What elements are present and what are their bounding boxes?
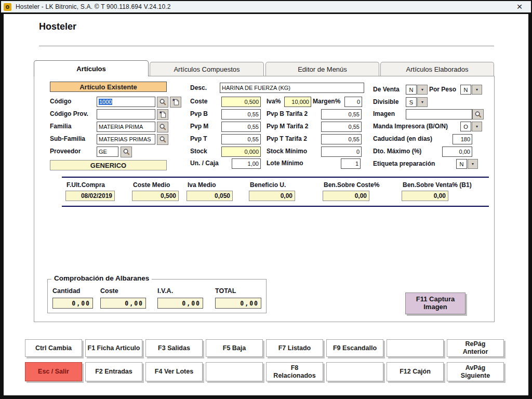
avpag-siguiente-button[interactable]: AvPág Siguiente: [447, 362, 504, 381]
manda-impresora-label: Manda Impresora (B/O/N): [373, 123, 448, 130]
f8-relacionados-button[interactable]: F8 Relacionados: [266, 362, 323, 381]
empty-button: [206, 362, 263, 381]
stock-minimo-label: Stock Mínimo: [267, 148, 307, 155]
imagen-field[interactable]: [406, 109, 472, 119]
caducidad-field[interactable]: 180: [453, 134, 472, 144]
coste-field[interactable]: 0,500: [221, 97, 261, 107]
albaranes-value: 0,00: [52, 298, 93, 309]
manda-impresora-dropdown-button[interactable]: ▼: [472, 122, 482, 131]
stats-bottom-rule: [62, 206, 489, 207]
imagen-label: Imagen: [373, 110, 395, 117]
chevron-down-icon: ▼: [475, 125, 479, 128]
albaranes-value: 0,00: [100, 298, 146, 309]
proveedor-search-button[interactable]: [121, 147, 132, 157]
empty-button: [387, 339, 444, 357]
f1-ficha-articulo-button[interactable]: F1 Ficha Articulo: [85, 339, 142, 357]
lote-minimo-label: Lote Mínimo: [267, 159, 303, 167]
app-icon: [4, 3, 11, 11]
stat-value: 0,500: [132, 191, 179, 201]
iva-field[interactable]: 10,000: [284, 97, 311, 107]
f4-ver-lotes-button[interactable]: F4 Ver Lotes: [145, 362, 203, 381]
stats-top-rule: [62, 177, 489, 178]
f9-escandallo-button[interactable]: F9 Escandallo: [326, 339, 383, 357]
repag-anterior-button[interactable]: RePág Anterior: [447, 339, 504, 357]
pvp-t-field[interactable]: 0,55: [221, 134, 261, 144]
de-venta-value[interactable]: N: [406, 85, 417, 95]
codigo-search-button[interactable]: [157, 97, 168, 108]
chevron-down-icon: ▼: [471, 162, 475, 166]
title-bar: Hosteler - LK Bitronic, S.A. © T 900.118…: [1, 1, 531, 12]
codigo-new-button[interactable]: [170, 97, 181, 108]
stat-value: 0,00: [249, 191, 295, 201]
f11-captura-imagen-button[interactable]: F11 Captura Imagen: [405, 292, 466, 314]
close-icon[interactable]: ×: [513, 2, 526, 12]
pvp-m-field[interactable]: 0,55: [221, 122, 261, 132]
etiqueta-preparacion-label: Etiqueta preparación: [373, 160, 435, 167]
f12-cajon-button[interactable]: F12 Cajón: [387, 362, 444, 381]
pvp-t-tarifa2-field[interactable]: 0,55: [321, 134, 362, 144]
caducidad-label: Caducidad (en días): [373, 135, 432, 142]
main-window-body: Hosteler Artículos Artículos Compuestos …: [4, 14, 528, 395]
dto-maximo-field[interactable]: 0,00: [442, 147, 472, 157]
por-peso-label: Por Peso: [429, 86, 456, 93]
tab-articulos[interactable]: Artículos: [34, 60, 149, 76]
status-badge: Artículo Existente: [50, 82, 167, 92]
albaranes-value: 0,00: [215, 298, 261, 309]
imagen-search-button[interactable]: [472, 109, 484, 119]
f2-entradas-button[interactable]: F2 Entradas: [85, 362, 142, 381]
desc-label: Desc.: [190, 84, 207, 91]
function-button-row-1: Ctrl Cambia F1 Ficha Articulo F3 Salidas…: [25, 339, 504, 357]
codigo-field[interactable]: 1000: [97, 97, 155, 107]
f5-baja-button[interactable]: F5 Baja: [206, 339, 263, 357]
albaranes-label: Coste: [100, 287, 118, 295]
pvp-m-tarifa2-field[interactable]: 0,55: [321, 122, 362, 132]
f3-salidas-button[interactable]: F3 Salidas: [145, 339, 203, 357]
ctrl-cambia-button[interactable]: Ctrl Cambia: [25, 339, 82, 357]
proveedor-label: Proveedor: [50, 148, 81, 155]
etiqueta-preparacion-dropdown-button[interactable]: ▼: [468, 159, 478, 169]
de-venta-dropdown-button[interactable]: ▼: [417, 85, 428, 95]
stat-label: Iva Medio: [188, 181, 216, 189]
desc-field[interactable]: HARINA DE FUERZA (KG): [220, 83, 364, 93]
pvp-b-tarifa2-field[interactable]: 0,55: [321, 109, 362, 119]
divisible-value[interactable]: S: [406, 97, 417, 107]
subfamilia-label: Sub-Familia: [50, 135, 85, 142]
stock-minimo-field[interactable]: 0: [321, 147, 362, 157]
chevron-down-icon: ▼: [421, 100, 424, 104]
pvp-b-field[interactable]: 0,55: [221, 109, 261, 119]
familia-field[interactable]: MATERIA PRIMA: [97, 122, 155, 132]
search-icon: [474, 111, 482, 118]
lote-minimo-field[interactable]: 1: [341, 158, 361, 169]
margen-field[interactable]: 0: [344, 97, 362, 107]
esc-salir-button[interactable]: Esc / Salir: [25, 362, 82, 381]
search-icon: [123, 148, 130, 156]
tab-articulos-compuestos[interactable]: Artículos Compuestos: [150, 62, 264, 76]
albaranes-label: Cantidad: [52, 287, 80, 295]
albaranes-title: Comprobación de Albaranes: [51, 274, 152, 282]
de-venta-label: De Venta: [373, 86, 400, 93]
codigo-prov-new-button[interactable]: [157, 109, 168, 120]
pvp-b-tarifa2-label: Pvp B Tarifa 2: [267, 110, 308, 117]
subfamilia-search-button[interactable]: [157, 134, 168, 145]
albaranes-label: TOTAL: [215, 287, 236, 295]
proveedor-field[interactable]: GE: [97, 147, 118, 157]
f7-listado-button[interactable]: F7 Listado: [266, 339, 323, 357]
por-peso-value[interactable]: N: [460, 85, 471, 95]
codigo-prov-field[interactable]: [97, 109, 155, 119]
familia-search-button[interactable]: [157, 122, 168, 132]
stat-value: 0,050: [187, 191, 233, 201]
manda-impresora-value[interactable]: O: [460, 122, 471, 131]
etiqueta-preparacion-value[interactable]: N: [456, 159, 467, 169]
un-caja-field[interactable]: 1,00: [232, 158, 261, 169]
search-icon: [159, 123, 167, 131]
codigo-selected-text: 1000: [99, 99, 112, 105]
pvp-t-label: Pvp T: [190, 135, 207, 142]
ring-glyph: [6, 5, 9, 9]
tab-articulos-elaborados[interactable]: Artículos Elaborados: [380, 62, 494, 76]
pvp-m-tarifa2-label: Pvp M Tarifa 2: [267, 123, 308, 130]
por-peso-dropdown-button[interactable]: ▼: [472, 85, 482, 95]
stock-field[interactable]: 0,000: [221, 147, 261, 157]
tab-editor-de-menus[interactable]: Editor de Menús: [265, 62, 379, 76]
divisible-dropdown-button[interactable]: ▼: [417, 97, 428, 107]
subfamilia-field[interactable]: MATERIAS PRIMAS: [97, 134, 155, 144]
